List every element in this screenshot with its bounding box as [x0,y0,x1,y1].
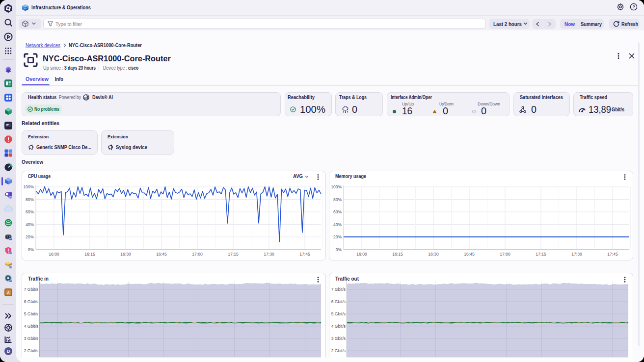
svg-text:4 Gbit/s: 4 Gbit/s [331,324,346,329]
svg-text:5 Gbit/s: 5 Gbit/s [331,311,346,316]
svg-text:7 Gbit/s: 7 Gbit/s [331,287,346,292]
svg-text:3 Gbit/s: 3 Gbit/s [331,336,346,341]
svg-text:6 Gbit/s: 6 Gbit/s [331,299,346,304]
svg-text:2 Gbit/s: 2 Gbit/s [331,348,346,353]
